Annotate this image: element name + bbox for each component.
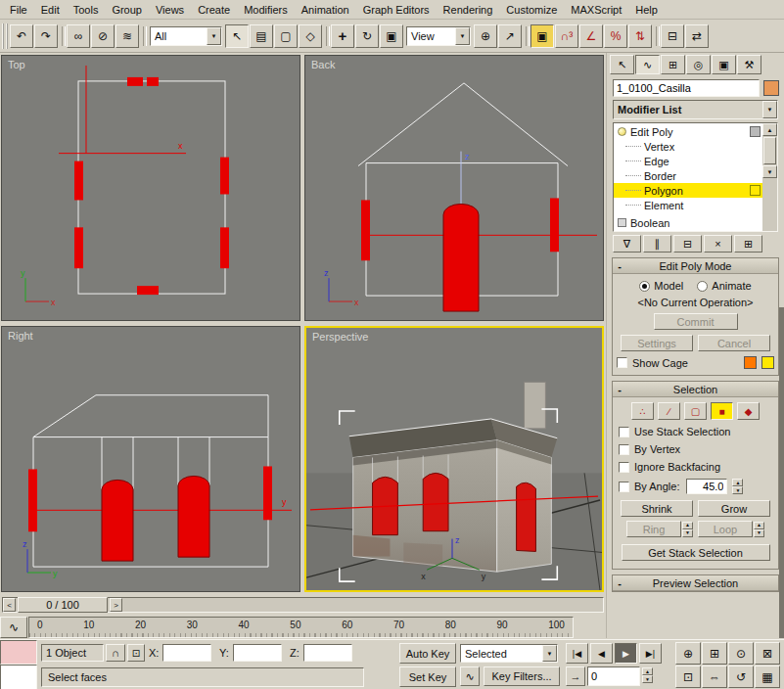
viewport-label-perspective[interactable]: Perspective	[312, 331, 368, 343]
right-viewport-canvas[interactable]: y y z	[2, 327, 300, 591]
lock-selection-icon[interactable]: ∩	[106, 644, 125, 662]
snaps-toggle-icon[interactable]: ▣	[530, 24, 554, 48]
spinner-up-icon[interactable]: ▲	[682, 522, 693, 529]
display-tab-icon[interactable]: ▣	[712, 55, 736, 74]
collapse-icon[interactable]: -	[613, 260, 626, 272]
model-radio[interactable]: Model	[639, 280, 683, 292]
x-coordinate-field[interactable]	[162, 644, 211, 662]
spinner-down-icon[interactable]: ▼	[642, 675, 653, 683]
go-to-start-icon[interactable]: |◀	[566, 643, 588, 664]
modifier-toggle[interactable]	[750, 185, 761, 196]
set-key-button[interactable]: Set Key	[399, 666, 456, 687]
spinner-down-icon[interactable]: ▼	[732, 486, 743, 494]
menu-item[interactable]: Modifiers	[237, 1, 295, 19]
modify-tab-icon[interactable]: ∿	[635, 55, 660, 74]
auto-key-button[interactable]: Auto Key	[399, 643, 456, 664]
by-angle-row[interactable]: By Angle: ▲ ▼	[619, 479, 772, 494]
object-name-field[interactable]	[613, 79, 760, 97]
selection-filter-dropdown[interactable]: All ▼	[150, 26, 222, 46]
spinner-up-icon[interactable]: ▲	[642, 667, 653, 675]
chevron-down-icon[interactable]: ▼	[542, 645, 557, 662]
menu-item[interactable]: Customize	[499, 1, 564, 19]
loop-button[interactable]: Loop	[698, 521, 753, 537]
pin-stack-icon[interactable]: ∇	[613, 235, 641, 253]
listener-script-pane[interactable]	[0, 665, 37, 689]
zoom-region-icon[interactable]: ⊡	[675, 666, 701, 688]
polygon-subobject-icon[interactable]: ■	[711, 402, 733, 420]
animate-radio[interactable]: Animate	[697, 280, 751, 292]
select-and-rotate-icon[interactable]: ↻	[355, 24, 379, 48]
key-filters-button[interactable]: Key Filters...	[484, 666, 560, 686]
previous-frame-icon[interactable]: ◀	[590, 643, 613, 664]
ignore-backfacing-checkbox[interactable]	[619, 462, 629, 473]
modifier-stack-row[interactable]: Element	[614, 198, 762, 212]
zoom-extents-icon[interactable]: ⊙	[728, 642, 754, 665]
arc-rotate-icon[interactable]: ↺	[728, 666, 754, 688]
listener-macro-pane[interactable]	[0, 640, 37, 665]
viewport-back[interactable]: z x z Back	[304, 55, 604, 321]
ignore-backfacing-row[interactable]: Ignore Backfacing	[619, 461, 772, 473]
edge-subobject-icon[interactable]: ∕	[658, 402, 680, 420]
radio-icon[interactable]	[697, 281, 708, 292]
select-and-link-icon[interactable]: ∞	[67, 24, 90, 48]
selected-faces-right[interactable]	[28, 466, 272, 531]
by-vertex-row[interactable]: By Vertex	[619, 443, 772, 455]
modifier-stack-row[interactable]: Border	[614, 168, 762, 183]
menu-item[interactable]: Create	[191, 1, 237, 19]
chevron-down-icon[interactable]: ▼	[762, 101, 777, 118]
menu-item[interactable]: Graph Editors	[356, 1, 437, 19]
motion-tab-icon[interactable]: ◎	[686, 55, 711, 74]
make-unique-icon[interactable]: ⊟	[673, 235, 702, 253]
preview-selection-rollout-header[interactable]: - Preview Selection	[613, 575, 778, 591]
reference-coordinate-dropdown[interactable]: View ▼	[406, 26, 471, 46]
hierarchy-tab-icon[interactable]: ⊞	[661, 55, 685, 74]
commit-button[interactable]: Commit	[654, 313, 738, 330]
selected-door-cylinder[interactable]	[102, 480, 133, 561]
command-panel-scrollbar[interactable]	[779, 307, 784, 638]
menu-item[interactable]: File	[3, 1, 34, 19]
cage-color-swatch[interactable]	[744, 356, 757, 369]
maxscript-mini-listener[interactable]	[0, 640, 37, 689]
spinner-down-icon[interactable]: ▼	[682, 529, 693, 537]
create-tab-icon[interactable]: ↖	[610, 55, 634, 74]
edit-poly-mode-rollout-header[interactable]: - Edit Poly Mode	[613, 258, 778, 274]
object-color-swatch[interactable]	[763, 80, 779, 96]
spinner-down-icon[interactable]: ▼	[754, 529, 764, 537]
scroll-up-icon[interactable]: ▲	[762, 123, 777, 136]
toolbar-drag-handle[interactable]	[2, 23, 8, 49]
modifier-list-dropdown[interactable]: Modifier List ▼	[613, 100, 778, 119]
menu-item[interactable]: Animation	[295, 1, 356, 19]
modifier-toggle[interactable]	[750, 126, 761, 137]
track-bar-ruler[interactable]: 0102030405060708090100	[28, 617, 574, 638]
settings-button[interactable]: Settings	[621, 335, 693, 351]
perspective-viewport-canvas[interactable]: x y z	[306, 328, 602, 590]
play-animation-icon[interactable]: ▶	[615, 643, 637, 664]
utilities-tab-icon[interactable]: ⚒	[737, 55, 761, 74]
next-frame-arrow-icon[interactable]: >	[110, 598, 122, 612]
angle-snap-icon[interactable]: ∠	[579, 24, 603, 48]
menu-item[interactable]: Edit	[34, 1, 67, 19]
menu-item[interactable]: Rendering	[437, 1, 500, 19]
selected-door-cylinder[interactable]	[178, 476, 209, 557]
ring-button[interactable]: Ring	[626, 521, 681, 537]
by-angle-checkbox[interactable]	[619, 482, 629, 492]
menu-item[interactable]: MAXScript	[564, 1, 628, 19]
back-viewport-canvas[interactable]: z x z	[305, 56, 603, 320]
modifier-stack-row[interactable]: Vertex	[614, 139, 762, 154]
collapse-icon[interactable]: -	[613, 384, 626, 395]
unlink-selection-icon[interactable]: ⊘	[91, 24, 115, 48]
percent-snap-icon[interactable]: %	[604, 24, 627, 48]
bind-to-space-warp-icon[interactable]: ≋	[115, 24, 139, 48]
select-and-move-icon[interactable]: +	[331, 24, 354, 48]
named-selection-sets-icon[interactable]: ⊟	[661, 24, 684, 48]
previous-frame-arrow-icon[interactable]: <	[3, 598, 16, 612]
use-pivot-center-icon[interactable]: ⊕	[474, 24, 497, 48]
get-stack-selection-button[interactable]: Get Stack Selection	[622, 544, 770, 561]
snap-magnet-icon[interactable]: ∩³	[555, 24, 578, 48]
zoom-all-icon[interactable]: ⊞	[702, 642, 727, 665]
stack-scrollbar[interactable]: ▲ ▼	[762, 123, 777, 231]
selected-door-cylinder[interactable]	[443, 204, 479, 311]
menu-item[interactable]: Tools	[67, 1, 106, 19]
viewport-top[interactable]: x x y Top	[1, 55, 300, 321]
window-crossing-icon[interactable]: ◇	[299, 24, 322, 48]
